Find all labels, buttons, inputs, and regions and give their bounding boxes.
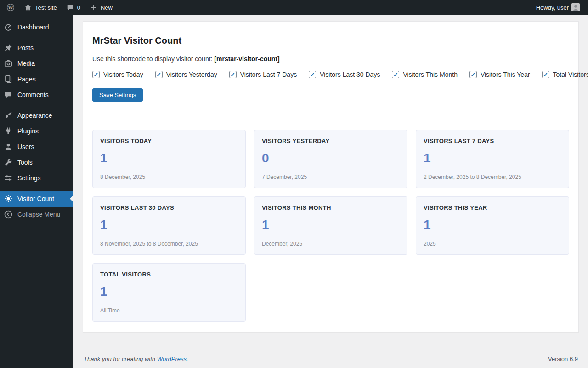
- stat-period: 8 November, 2025 to 8 December, 2025: [100, 241, 238, 247]
- admin-bar: Test site 0 New Howdy, user: [0, 0, 588, 15]
- site-name-menu[interactable]: Test site: [19, 0, 62, 15]
- stat-label: VISITORS TODAY: [100, 138, 238, 144]
- stat-value: 1: [100, 218, 238, 232]
- display-options-row: Visitors Today Visitors Yesterday Visito…: [92, 71, 569, 78]
- page-title: MrStar Visitor Count: [92, 35, 569, 46]
- stat-card-visitors-last-30-days: VISITORS LAST 30 DAYS 1 8 November, 2025…: [92, 196, 246, 255]
- sidebar-item-users[interactable]: Users: [0, 139, 74, 155]
- divider: [92, 115, 569, 115]
- sidebar-item-pages[interactable]: Pages: [0, 71, 74, 87]
- comment-bubble-icon: [66, 3, 74, 12]
- checkbox-visitors-yesterday[interactable]: Visitors Yesterday: [155, 71, 217, 78]
- checkbox-visitors-last-7-days[interactable]: Visitors Last 7 Days: [229, 71, 297, 78]
- camera-icon: [4, 59, 13, 68]
- collapse-menu-label: Collapse Menu: [17, 211, 60, 218]
- dashboard-icon: [4, 23, 13, 32]
- stat-period: 2025: [424, 241, 561, 247]
- sidebar-item-settings[interactable]: Settings: [0, 170, 74, 186]
- sidebar-item-tools[interactable]: Tools: [0, 155, 74, 170]
- stat-period: December, 2025: [262, 241, 400, 247]
- sidebar-item-label: Appearance: [17, 112, 52, 119]
- sidebar-item-label: Users: [17, 143, 34, 150]
- checkbox-visitors-today[interactable]: Visitors Today: [92, 71, 143, 78]
- sidebar-item-label: Settings: [17, 174, 41, 182]
- sidebar-item-visitor-count[interactable]: Visitor Count: [0, 191, 74, 207]
- sidebar-item-label: Dashboard: [17, 23, 49, 31]
- footer-thanks: Thank you for creating with WordPress.: [84, 356, 188, 362]
- sidebar-item-posts[interactable]: Posts: [0, 40, 74, 56]
- checkbox-checked-icon: [155, 71, 163, 78]
- stat-label: VISITORS THIS YEAR: [424, 204, 561, 211]
- stat-card-visitors-today: VISITORS TODAY 1 8 December, 2025: [92, 130, 246, 188]
- checkbox-label: Visitors Yesterday: [166, 71, 217, 78]
- sidebar-item-plugins[interactable]: Plugins: [0, 123, 74, 139]
- checkbox-checked-icon: [92, 71, 100, 78]
- wordpress-logo-icon: [6, 3, 15, 12]
- checkbox-visitors-last-30-days[interactable]: Visitors Last 30 Days: [309, 71, 380, 78]
- checkbox-visitors-this-year[interactable]: Visitors This Year: [469, 71, 530, 78]
- stat-value: 1: [424, 218, 561, 232]
- comment-count: 0: [77, 4, 80, 11]
- sidebar-item-dashboard[interactable]: Dashboard: [0, 19, 74, 35]
- checkbox-checked-icon: [309, 71, 316, 78]
- stat-value: 0: [262, 151, 400, 166]
- stat-label: VISITORS LAST 7 DAYS: [424, 138, 561, 144]
- stat-value: 1: [100, 284, 238, 299]
- pages-icon: [4, 75, 13, 84]
- footer-version: Version 6.9: [548, 356, 578, 362]
- content-area: MrStar Visitor Count Use this shortcode …: [74, 15, 588, 368]
- comments-menu[interactable]: 0: [62, 0, 85, 15]
- sidebar-item-appearance[interactable]: Appearance: [0, 108, 74, 123]
- stat-label: VISITORS YESTERDAY: [262, 138, 400, 144]
- sidebar-item-label: Tools: [17, 159, 33, 166]
- admin-sidebar: Dashboard Posts Media Pages Comments App…: [0, 15, 74, 368]
- sliders-icon: [4, 173, 13, 183]
- wordpress-menu[interactable]: [2, 0, 19, 15]
- stat-label: TOTAL VISITORS: [100, 271, 238, 278]
- stat-value: 1: [262, 218, 400, 232]
- visitor-count-panel: MrStar Visitor Count Use this shortcode …: [83, 21, 579, 332]
- admin-footer: Thank you for creating with WordPress. V…: [74, 356, 588, 368]
- account-menu[interactable]: Howdy, user: [531, 0, 584, 15]
- stat-period: 7 December, 2025: [262, 174, 400, 180]
- plugin-icon: [4, 126, 13, 136]
- stats-grid: VISITORS TODAY 1 8 December, 2025 VISITO…: [92, 130, 569, 322]
- comments-icon: [4, 90, 13, 99]
- checkbox-label: Visitors This Month: [403, 71, 458, 78]
- sidebar-item-label: Media: [17, 60, 35, 67]
- shortcode-label: Use this shortcode to display visitor co…: [92, 55, 214, 63]
- admin-bar-right: Howdy, user: [531, 0, 588, 15]
- shortcode-value: [mrstar-visitor-count]: [214, 55, 279, 63]
- admin-bar-left: Test site 0 New: [0, 0, 117, 15]
- new-label: New: [101, 4, 113, 11]
- stat-card-total-visitors: TOTAL VISITORS 1 All Time: [92, 263, 246, 322]
- collapse-arrow-icon: [4, 210, 13, 219]
- stat-card-visitors-last-7-days: VISITORS LAST 7 DAYS 1 2 December, 2025 …: [416, 130, 569, 188]
- stat-value: 1: [424, 151, 561, 166]
- shortcode-instruction: Use this shortcode to display visitor co…: [92, 55, 569, 63]
- collapse-menu-button[interactable]: Collapse Menu: [0, 207, 74, 222]
- sidebar-item-comments[interactable]: Comments: [0, 87, 74, 103]
- checkbox-label: Visitors This Year: [481, 71, 530, 78]
- sidebar-item-label: Comments: [17, 91, 49, 98]
- sidebar-item-media[interactable]: Media: [0, 56, 74, 71]
- checkbox-label: Total Visitors: [553, 71, 588, 78]
- stat-period: 8 December, 2025: [100, 174, 238, 180]
- checkbox-label: Visitors Last 7 Days: [240, 71, 297, 78]
- checkbox-total-visitors[interactable]: Total Visitors: [542, 71, 588, 78]
- stat-period: All Time: [100, 307, 238, 314]
- sidebar-item-label: Posts: [17, 44, 34, 52]
- checkbox-checked-icon: [542, 71, 549, 78]
- gear-icon: [4, 194, 13, 203]
- user-icon: [4, 142, 13, 151]
- site-name: Test site: [35, 4, 57, 11]
- new-content-menu[interactable]: New: [85, 0, 117, 15]
- wordpress-link[interactable]: WordPress: [157, 356, 187, 362]
- stat-period: 2 December, 2025 to 8 December, 2025: [424, 174, 561, 180]
- save-settings-button[interactable]: Save Settings: [92, 88, 143, 102]
- checkbox-visitors-this-month[interactable]: Visitors This Month: [392, 71, 458, 78]
- stat-label: VISITORS THIS MONTH: [262, 204, 400, 211]
- thanks-suffix: .: [187, 356, 188, 362]
- stat-card-visitors-this-year: VISITORS THIS YEAR 1 2025: [416, 196, 569, 255]
- thanks-text: Thank you for creating with: [84, 356, 157, 362]
